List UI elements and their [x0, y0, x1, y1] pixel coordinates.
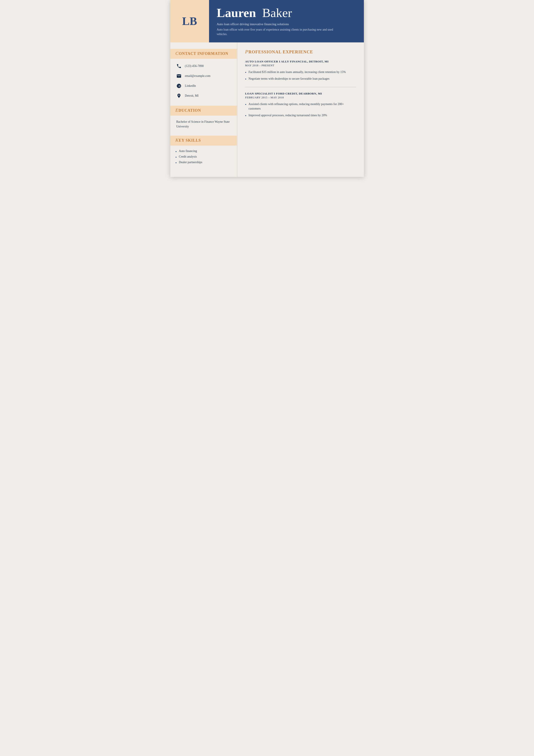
skill-item-3: Dealer partnerships	[175, 161, 232, 164]
resume-container: LB Lauren Baker Auto loan officer drivin…	[170, 0, 364, 177]
phone-icon	[175, 63, 182, 69]
skills-section-title: KEY SKILLS	[175, 137, 232, 144]
skills-list: Auto financing Credit analysis Dealer pa…	[175, 149, 232, 164]
education-degree: Bachelor of Science in Finance Wayne Sta…	[175, 120, 232, 129]
svg-point-0	[178, 85, 178, 85]
job-title-1: AUTO LOAN OFFICER I ALLY FINANCIAL, DETR…	[245, 60, 356, 63]
job-bullets-2: Assisted clients with refinancing option…	[245, 102, 356, 118]
linkedin-text: LinkedIn	[185, 84, 196, 88]
contact-phone: (123) 456-7890	[175, 63, 232, 69]
education-section: EDUCATION Bachelor of Science in Finance…	[175, 106, 232, 129]
contact-title-wrapper: CONTACT INFORMATION	[170, 49, 237, 59]
job-dates-1: MAY 2018 – PRESENT	[245, 64, 356, 67]
contact-section-title: CONTACT INFORMATION	[175, 51, 232, 57]
skills-title-wrapper: KEY SKILLS	[170, 136, 237, 146]
header-section: LB Lauren Baker Auto loan officer drivin…	[170, 0, 364, 42]
contact-linkedin: LinkedIn	[175, 82, 232, 89]
education-title-wrapper: EDUCATION	[170, 106, 237, 116]
experience-section-title: PROFESSIONAL EXPERIENCE	[245, 49, 356, 55]
skill-item-1: Auto financing	[175, 149, 232, 153]
email-text: email@example.com	[185, 74, 211, 78]
contact-section: CONTACT INFORMATION (123) 456-7890	[175, 49, 232, 99]
job-bullet-2-1: Assisted clients with refinancing option…	[245, 102, 356, 111]
job-bullet-1-2: Negotiate terms with dealerships to secu…	[245, 76, 356, 81]
job-bullets-1: Facilitated $35 million in auto loans an…	[245, 70, 356, 81]
job-block-2: LOAN SPECIALIST I FORD CREDIT, DEARBORN,…	[245, 92, 356, 118]
skill-item-2: Credit analysis	[175, 155, 232, 158]
divider-1	[245, 87, 356, 87]
tagline: Auto loan officer driving innovative fin…	[217, 22, 356, 26]
first-name: Lauren	[217, 6, 256, 20]
location-icon	[175, 92, 182, 99]
job-dates-2: FEBRUARY 2015 – MAY 2018	[245, 96, 356, 99]
location-text: Detroit, MI	[185, 94, 199, 97]
job-block-1: AUTO LOAN OFFICER I ALLY FINANCIAL, DETR…	[245, 60, 356, 81]
education-section-title: EDUCATION	[175, 107, 232, 114]
last-name: Baker	[262, 6, 292, 20]
linkedin-icon	[175, 82, 182, 89]
main-content: CONTACT INFORMATION (123) 456-7890	[170, 42, 364, 177]
avatar-initials: LB	[170, 0, 209, 42]
job-title-2: LOAN SPECIALIST I FORD CREDIT, DEARBORN,…	[245, 92, 356, 95]
contact-location: Detroit, MI	[175, 92, 232, 99]
sidebar: CONTACT INFORMATION (123) 456-7890	[170, 42, 237, 177]
phone-text: (123) 456-7890	[185, 64, 204, 68]
job-bullet-2-2: Improved approval processes, reducing tu…	[245, 113, 356, 118]
header-info: Lauren Baker Auto loan officer driving i…	[209, 0, 364, 42]
bio: Auto loan officer with over five years o…	[217, 27, 337, 36]
email-icon	[175, 72, 182, 79]
skills-section: KEY SKILLS Auto financing Credit analysi…	[175, 136, 232, 164]
full-name: Lauren Baker	[217, 6, 356, 20]
right-content: PROFESSIONAL EXPERIENCE AUTO LOAN OFFICE…	[237, 42, 364, 177]
job-bullet-1-1: Facilitated $35 million in auto loans an…	[245, 70, 356, 74]
contact-email: email@example.com	[175, 72, 232, 79]
